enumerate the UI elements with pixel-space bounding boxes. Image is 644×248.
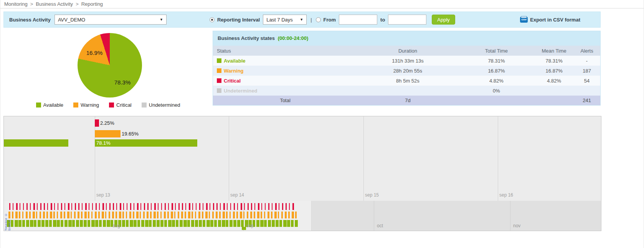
states-table-body: Available131h 33m 13s78.31%78.31%-Warnin… [213, 56, 600, 105]
status-label: Available [224, 58, 246, 64]
reporting-interval-label: Reporting Interval [217, 17, 260, 23]
overview-tick-critical [230, 203, 231, 210]
alerts-cell: 187 [573, 66, 600, 76]
overview-tick-warning [143, 212, 145, 218]
overview-tick-warning [178, 212, 179, 218]
table-row: Warning28h 20m 55s16.87%16.87%187 [213, 66, 600, 76]
overview-tick-critical [189, 203, 190, 210]
overview-tick-critical [241, 203, 242, 210]
table-row: Critical8h 5m 52s4.82%4.82%54 [213, 76, 600, 86]
overview-tick-critical [248, 203, 249, 210]
export-csv-link[interactable]: csv Export in CSV format [520, 17, 580, 23]
overview-tick-available [18, 220, 21, 227]
overview-tick-available [153, 220, 156, 227]
pie-slice-label: 16.9% [86, 50, 103, 56]
column-header: Status [213, 46, 357, 56]
states-table-header-row: StatusDurationTotal TimeMean TimeAlerts [213, 46, 600, 56]
overview-tick-warning [250, 212, 252, 218]
overview-tick-critical [26, 203, 28, 210]
status-label: Warning [224, 68, 244, 74]
overview-tick-available [34, 220, 36, 227]
toolbar-separator: | [310, 17, 312, 23]
overview-tick-critical [120, 203, 121, 210]
overview-tick-available [95, 220, 98, 227]
overview-tick-critical [113, 203, 114, 210]
overview-tick-available [64, 220, 68, 227]
overview-tick-available [172, 220, 175, 227]
pie-panel: AvailableWarningCriticalUndetermined 16.… [3, 31, 213, 112]
custom-range-radio[interactable] [316, 17, 321, 22]
timeline-credit: Timeline © SIMILE [4, 201, 11, 231]
timeline-date-label: sep 16 [499, 192, 513, 198]
overview-tick-warning [236, 212, 238, 218]
toolbar: Business Activity AVV_DEMO ▼ Reporting I… [3, 12, 601, 28]
to-date-input[interactable] [388, 15, 426, 25]
overview-tick-warning [22, 212, 23, 218]
column-header: Total Time [458, 46, 535, 56]
overview-tick-warning [295, 212, 297, 218]
apply-button[interactable]: Apply [432, 15, 455, 25]
overview-tick-warning [71, 212, 72, 218]
overview-tick-critical [106, 203, 107, 210]
column-header: Duration [357, 46, 458, 56]
overview-tick-critical [154, 203, 156, 210]
overview-tick-critical [261, 203, 262, 210]
overview-tick-critical [172, 203, 173, 210]
overview-tick-available [103, 220, 106, 227]
timeline-overview-band[interactable]: augsepoctnovTimeline © SIMILE [4, 201, 601, 231]
overview-tick-available [11, 220, 13, 227]
chevron-down-icon: ▼ [160, 18, 163, 21]
overview-tick-critical [244, 203, 245, 210]
overview-tick-critical [102, 203, 104, 210]
breadcrumb-item[interactable]: Monitoring [4, 1, 28, 7]
interval-value: Last 7 Days [266, 17, 293, 23]
overview-tick-available [145, 220, 149, 227]
timeline-widget: sep 13sep 14sep 15sep 162.25%19.65%78.1%… [3, 116, 601, 231]
overview-tick-available [260, 220, 264, 227]
overview-tick-critical [254, 203, 255, 210]
states-title-text: Business Activity states [218, 35, 275, 41]
overview-tick-available [84, 220, 87, 227]
overview-tick-warning [53, 212, 55, 218]
overview-tick-warning [150, 212, 152, 218]
timeline-band[interactable]: sep 13sep 14sep 15sep 162.25%19.65%78.1% [4, 116, 601, 201]
content-row: AvailableWarningCriticalUndetermined 16.… [3, 31, 601, 112]
overview-tick-warning [171, 212, 173, 218]
mean-time-cell: 4.82% [535, 76, 573, 86]
overview-month-label: sep [246, 223, 254, 228]
pie-chart [78, 33, 142, 98]
overview-tick-warning [185, 212, 186, 218]
overview-tick-warning [254, 212, 255, 218]
states-title-range: (00:00-24:00) [278, 35, 309, 41]
legend-label: Critical [116, 102, 132, 108]
overview-tick-warning [112, 212, 114, 218]
overview-tick-warning [140, 212, 141, 218]
breadcrumb-item[interactable]: Reporting [81, 1, 103, 7]
overview-tick-available [22, 220, 25, 227]
breadcrumb: Monitoring>Business Activity>Reporting [0, 0, 644, 8]
overview-tick-warning [192, 212, 193, 218]
from-label: From [324, 17, 336, 23]
overview-tick-critical [134, 203, 134, 210]
duration-cell [357, 86, 458, 96]
overview-tick-warning [26, 212, 28, 218]
overview-tick-warning [50, 212, 52, 218]
breadcrumb-item[interactable]: Business Activity [36, 1, 73, 7]
overview-tick-available [279, 220, 282, 227]
total-total_time-cell [458, 96, 535, 105]
column-header: Mean Time [535, 46, 573, 56]
overview-tick-available [218, 220, 221, 227]
reporting-interval-radio[interactable] [210, 17, 215, 22]
overview-tick-warning [109, 212, 110, 218]
timeline-gridline [229, 116, 229, 201]
duration-cell: 131h 33m 13s [357, 56, 458, 66]
overview-tick-available [283, 220, 287, 227]
from-date-input[interactable] [339, 15, 377, 25]
legend-label: Warning [81, 102, 99, 108]
overview-tick-available [268, 220, 271, 227]
business-activity-select[interactable]: AVV_DEMO ▼ [54, 15, 167, 25]
overview-tick-warning [216, 212, 218, 218]
overview-tick-warning [116, 212, 117, 218]
interval-select[interactable]: Last 7 Days ▼ [263, 15, 307, 25]
overview-tick-available [76, 220, 79, 227]
